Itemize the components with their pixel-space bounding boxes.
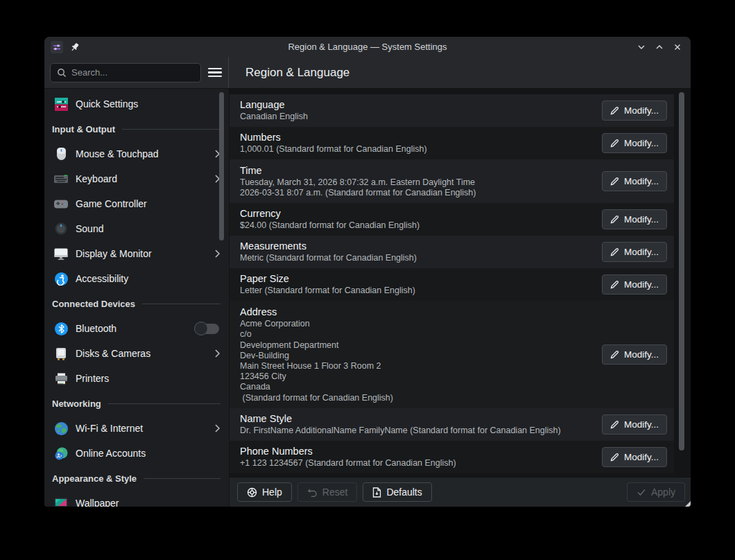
- header-band: Region & Language: [44, 57, 691, 89]
- apply-button[interactable]: Apply: [627, 482, 685, 502]
- modify-label: Modify...: [624, 105, 659, 116]
- setting-title: Time: [240, 164, 602, 177]
- modify-label: Modify...: [624, 452, 659, 462]
- titlebar[interactable]: Region & Language — System Settings: [44, 37, 691, 57]
- sidebar-item-wifi-internet[interactable]: Wi-Fi & Internet: [44, 416, 229, 441]
- setting-value: Letter (Standard format for Canadian Eng…: [240, 286, 602, 296]
- menu-icon[interactable]: [208, 65, 225, 80]
- sidebar-item-game-controller[interactable]: Game Controller: [44, 191, 229, 216]
- setting-title: Language: [240, 98, 602, 112]
- pencil-icon: [610, 420, 619, 429]
- modify-measurements-button[interactable]: Modify...: [602, 242, 667, 262]
- sidebar-scrollbar[interactable]: [219, 92, 224, 240]
- sidebar-item-label: Display & Monitor: [76, 248, 152, 259]
- pin-icon[interactable]: [69, 42, 80, 53]
- pencil-icon: [610, 350, 619, 359]
- modify-label: Modify...: [624, 138, 659, 148]
- minimize-button[interactable]: [634, 40, 649, 55]
- modify-label: Modify...: [624, 214, 659, 225]
- section-label: Appearance & Style: [52, 473, 137, 484]
- chevron-right-icon: [214, 249, 220, 259]
- sidebar-item-label: Sound: [76, 223, 103, 234]
- sidebar-item-disks-cameras[interactable]: Disks & Cameras: [44, 341, 229, 366]
- close-button[interactable]: [670, 40, 685, 55]
- setting-row-language: Language Canadian English Modify...: [230, 94, 674, 127]
- setting-value: Canada: [240, 382, 602, 392]
- setting-value: Dr. FirstName AdditionalName FamilyName …: [240, 426, 602, 436]
- setting-value: +1 123 1234567 (Standard format for Cana…: [240, 458, 602, 469]
- maximize-button[interactable]: [652, 40, 667, 55]
- setting-row-paper-size: Paper Size Letter (Standard format for C…: [230, 268, 674, 301]
- modify-phone-numbers-button[interactable]: Modify...: [602, 447, 667, 467]
- sidebar-item-accessibility[interactable]: Accessibility: [44, 266, 229, 291]
- sidebar-item-keyboard[interactable]: Keyboard: [44, 166, 229, 191]
- main-panel: Language Canadian English Modify... Numb…: [230, 89, 691, 507]
- setting-title: Name Style: [240, 412, 602, 426]
- content-scrollbar[interactable]: [679, 92, 684, 450]
- help-label: Help: [262, 487, 282, 498]
- setting-row-currency: Currency $24.00 (Standard format for Can…: [230, 203, 674, 236]
- undo-icon: [307, 487, 318, 497]
- setting-row-measurements: Measurements Metric (Standard format for…: [230, 236, 674, 268]
- setting-value: 2026-03-31 8:07 a.m. (Standard format fo…: [240, 188, 602, 198]
- modify-numbers-button[interactable]: Modify...: [602, 133, 667, 153]
- help-button[interactable]: Help: [237, 482, 292, 502]
- accessibility-icon: [54, 272, 68, 286]
- pencil-icon: [610, 280, 619, 289]
- pencil-icon: [610, 177, 619, 186]
- modify-paper-size-button[interactable]: Modify...: [602, 274, 667, 295]
- section-label: Networking: [52, 399, 101, 409]
- modify-language-button[interactable]: Modify...: [602, 100, 667, 121]
- resize-grip[interactable]: [685, 501, 691, 507]
- modify-time-button[interactable]: Modify...: [602, 171, 667, 191]
- sidebar-section-input-output: Input & Output: [44, 116, 229, 141]
- printer-icon: [54, 371, 68, 385]
- pencil-icon: [610, 453, 619, 462]
- sidebar-item-quick-settings[interactable]: Quick Settings: [44, 91, 229, 116]
- display-icon: [54, 247, 68, 261]
- setting-value: 123456 City: [240, 371, 602, 382]
- sidebar-item-online-accounts[interactable]: Online Accounts: [44, 441, 229, 466]
- pencil-icon: [610, 247, 619, 256]
- sidebar-section-appearance-style: Appearance & Style: [44, 466, 229, 491]
- search-input[interactable]: [71, 67, 189, 78]
- sidebar-item-label: Bluetooth: [76, 323, 116, 334]
- app-icon: [51, 41, 63, 53]
- bluetooth-toggle[interactable]: [196, 324, 219, 334]
- sidebar-item-display-monitor[interactable]: Display & Monitor: [44, 241, 229, 266]
- setting-value: c/o: [240, 329, 602, 340]
- sidebar-item-label: Mouse & Touchpad: [76, 148, 159, 159]
- sidebar-section-networking: Networking: [44, 391, 229, 416]
- sidebar-item-printers[interactable]: Printers: [44, 366, 229, 391]
- setting-value: 1,000.01 (Standard format for Canadian E…: [240, 144, 602, 155]
- sidebar: Quick Settings Input & Output Mouse & To…: [44, 89, 229, 507]
- pencil-icon: [610, 215, 619, 224]
- search-input-wrap[interactable]: [50, 63, 201, 82]
- help-icon: [247, 487, 257, 498]
- bluetooth-icon: [54, 322, 68, 335]
- sidebar-item-wallpaper[interactable]: Wallpaper: [44, 491, 229, 507]
- sidebar-item-label: Online Accounts: [76, 448, 146, 459]
- sidebar-item-mouse-touchpad[interactable]: Mouse & Touchpad: [44, 141, 229, 166]
- setting-value: Development Department: [240, 340, 602, 351]
- setting-value: Tuesday, March 31, 2026 8:07:32 a.m. Eas…: [240, 177, 602, 188]
- modify-label: Modify...: [624, 419, 659, 430]
- sidebar-item-label: Accessibility: [76, 273, 128, 284]
- modify-address-button[interactable]: Modify...: [602, 344, 667, 365]
- modify-currency-button[interactable]: Modify...: [602, 209, 667, 229]
- sidebar-item-label: Game Controller: [76, 198, 147, 209]
- setting-value: Metric (Standard format for Canadian Eng…: [240, 253, 602, 263]
- reset-button[interactable]: Reset: [297, 482, 358, 502]
- setting-title: Paper Size: [240, 272, 602, 286]
- sidebar-item-sound[interactable]: Sound: [44, 216, 229, 241]
- modify-name-style-button[interactable]: Modify...: [602, 414, 667, 435]
- setting-title: Currency: [240, 207, 602, 220]
- disk-icon: [54, 347, 68, 360]
- setting-value: Dev-Building: [240, 351, 602, 361]
- sidebar-item-label: Quick Settings: [76, 98, 138, 110]
- setting-row-name-style: Name Style Dr. FirstName AdditionalName …: [230, 408, 674, 441]
- setting-value: $24.00 (Standard format for Canadian Eng…: [240, 220, 602, 231]
- search-icon: [57, 68, 67, 78]
- defaults-button[interactable]: Defaults: [363, 482, 431, 502]
- sidebar-item-bluetooth[interactable]: Bluetooth: [44, 316, 229, 341]
